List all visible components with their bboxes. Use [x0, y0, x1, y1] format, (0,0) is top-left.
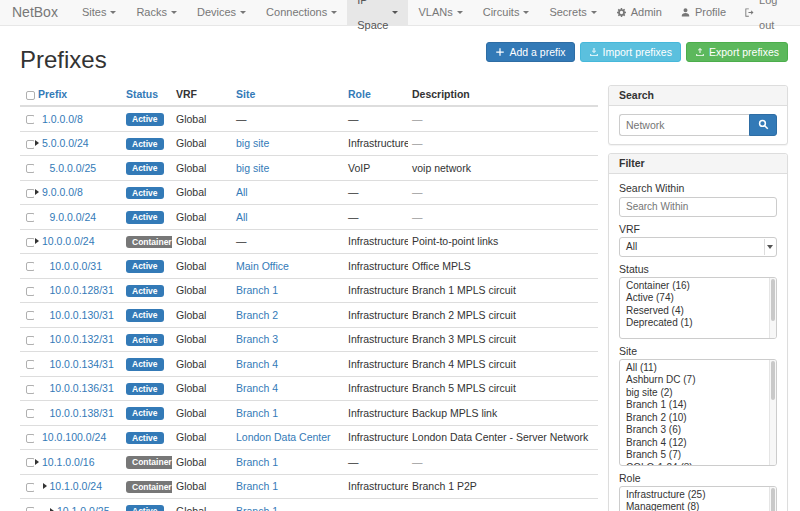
expand-caret-icon[interactable] [35, 140, 42, 146]
row-checkbox[interactable] [26, 262, 34, 271]
scrollbar[interactable] [769, 278, 776, 338]
expand-caret-icon[interactable] [35, 238, 42, 244]
prefix-link[interactable]: 10.0.0.132/31 [50, 333, 114, 345]
row-checkbox[interactable] [26, 189, 34, 198]
prefix-link[interactable]: 10.0.0.130/31 [50, 309, 114, 321]
listbox-option[interactable]: Branch 4 (12) [620, 437, 776, 450]
site-link[interactable]: Branch 4 [236, 358, 278, 370]
filter-select-vrf[interactable]: All [619, 237, 777, 257]
scrollbar-thumb[interactable] [771, 361, 775, 401]
site-link[interactable]: Branch 1 [236, 505, 278, 511]
select-all-checkbox[interactable] [26, 91, 35, 100]
search-button[interactable] [749, 114, 777, 136]
expand-caret-icon[interactable] [35, 189, 42, 195]
column-header-role[interactable]: Role [344, 83, 408, 106]
row-checkbox[interactable] [26, 115, 34, 124]
listbox-option[interactable]: Branch 3 (6) [620, 424, 776, 437]
nav-item-devices[interactable]: Devices [187, 0, 256, 25]
site-link[interactable]: big site [236, 162, 269, 174]
row-checkbox[interactable] [26, 311, 34, 320]
site-link[interactable]: big site [236, 137, 269, 149]
nav-item-ip-space[interactable]: IP Space [347, 0, 408, 25]
row-checkbox[interactable] [26, 360, 34, 369]
column-header-prefix[interactable]: Prefix [34, 83, 122, 106]
row-checkbox[interactable] [26, 238, 34, 247]
prefix-link[interactable]: 10.0.0.0/24 [42, 235, 95, 247]
prefix-link[interactable]: 10.0.0.136/31 [50, 382, 114, 394]
row-checkbox[interactable] [26, 213, 34, 222]
listbox-option[interactable]: Branch 5 (7) [620, 449, 776, 462]
listbox-option[interactable]: COLO-1-24 (3) [620, 462, 776, 466]
scrollbar[interactable] [769, 487, 776, 511]
prefix-link[interactable]: 10.1.0.0/25 [57, 505, 110, 511]
listbox-option[interactable]: Branch 1 (14) [620, 399, 776, 412]
row-checkbox[interactable] [26, 458, 34, 467]
site-link[interactable]: Branch 1 [236, 456, 278, 468]
filter-input-search-within[interactable] [619, 197, 777, 217]
row-checkbox[interactable] [26, 434, 34, 443]
site-link[interactable]: All [236, 211, 248, 223]
column-header-site[interactable]: Site [232, 83, 344, 106]
scrollbar-thumb[interactable] [771, 488, 775, 511]
row-checkbox[interactable] [26, 140, 34, 149]
prefix-link[interactable]: 10.1.0.0/16 [42, 456, 95, 468]
prefix-link[interactable]: 5.0.0.0/24 [42, 137, 89, 149]
row-checkbox[interactable] [26, 336, 34, 345]
listbox-option[interactable]: Infrastructure (25) [620, 489, 776, 502]
site-link[interactable]: London Data Center [236, 431, 331, 443]
prefix-link[interactable]: 10.1.0.0/24 [50, 480, 103, 492]
expand-caret-icon[interactable] [35, 459, 42, 465]
expand-caret-icon[interactable] [43, 483, 50, 489]
listbox-option[interactable]: Active (74) [620, 292, 776, 305]
listbox-option[interactable]: Ashburn DC (7) [620, 374, 776, 387]
add-a-prefix-button[interactable]: Add a prefix [486, 42, 574, 62]
site-link[interactable]: Branch 1 [236, 284, 278, 296]
listbox-option[interactable]: big site (2) [620, 387, 776, 400]
prefix-link[interactable]: 5.0.0.0/25 [50, 162, 97, 174]
row-checkbox[interactable] [26, 287, 34, 296]
scrollbar-thumb[interactable] [771, 279, 775, 321]
site-link[interactable]: Branch 1 [236, 480, 278, 492]
nav-item-racks[interactable]: Racks [126, 0, 187, 25]
listbox-option[interactable]: Deprecated (1) [620, 317, 776, 330]
scrollbar[interactable] [769, 360, 776, 465]
prefix-link[interactable]: 10.0.100.0/24 [42, 431, 106, 443]
prefix-link[interactable]: 10.0.0.128/31 [50, 284, 114, 296]
prefix-link[interactable]: 9.0.0.0/24 [50, 211, 97, 223]
row-checkbox[interactable] [26, 409, 34, 418]
listbox-option[interactable]: Container (16) [620, 280, 776, 293]
site-link[interactable]: Branch 2 [236, 309, 278, 321]
nav-item-log-out[interactable]: Log out [735, 0, 800, 25]
prefix-link[interactable]: 9.0.0.0/8 [42, 186, 83, 198]
export-prefixes-button[interactable]: Export prefixes [686, 42, 788, 62]
row-checkbox[interactable] [26, 164, 34, 173]
site-link[interactable]: Main Office [236, 260, 289, 272]
prefix-link[interactable]: 10.0.0.138/31 [50, 407, 114, 419]
listbox-option[interactable]: All (11) [620, 362, 776, 375]
listbox-option[interactable]: Reserved (4) [620, 305, 776, 318]
nav-item-circuits[interactable]: Circuits [473, 0, 540, 25]
site-link[interactable]: Branch 4 [236, 382, 278, 394]
prefix-link[interactable]: 1.0.0.0/8 [42, 113, 83, 125]
nav-item-vlans[interactable]: VLANs [408, 0, 472, 25]
site-link[interactable]: All [236, 186, 248, 198]
app-brand[interactable]: NetBox [0, 0, 72, 25]
site-link[interactable]: Branch 3 [236, 333, 278, 345]
row-checkbox[interactable] [26, 483, 34, 492]
listbox-option[interactable]: Branch 2 (10) [620, 412, 776, 425]
column-header-status[interactable]: Status [122, 83, 172, 106]
nav-item-connections[interactable]: Connections [256, 0, 347, 25]
nav-item-profile[interactable]: Profile [671, 0, 735, 25]
nav-item-secrets[interactable]: Secrets [539, 0, 606, 25]
row-checkbox[interactable] [26, 507, 34, 511]
prefix-link[interactable]: 10.0.0.0/31 [50, 260, 103, 272]
import-prefixes-button[interactable]: Import prefixes [580, 42, 681, 62]
prefix-link[interactable]: 10.0.0.134/31 [50, 358, 114, 370]
search-input[interactable] [619, 114, 749, 136]
listbox-option[interactable]: Management (8) [620, 501, 776, 511]
row-checkbox[interactable] [26, 385, 34, 394]
nav-item-admin[interactable]: Admin [607, 0, 671, 25]
nav-item-sites[interactable]: Sites [72, 0, 126, 25]
site-cell: Branch 1 [232, 401, 344, 426]
site-link[interactable]: Branch 1 [236, 407, 278, 419]
